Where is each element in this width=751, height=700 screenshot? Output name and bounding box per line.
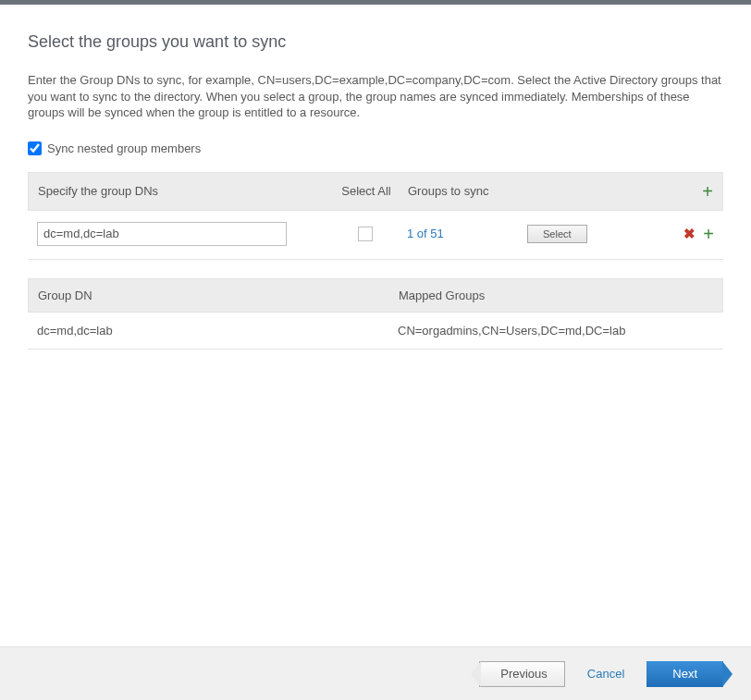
previous-button[interactable]: Previous [479, 661, 565, 687]
main-content: Select the groups you want to sync Enter… [0, 5, 751, 350]
mapping-mapped-value: CN=orgadmins,CN=Users,DC=md,DC=lab [398, 324, 714, 338]
add-row-icon[interactable]: + [702, 182, 713, 201]
dn-table-row: 1 of 51 Select ✖ + [28, 211, 723, 260]
nested-groups-checkbox[interactable] [28, 141, 42, 155]
cancel-link[interactable]: Cancel [587, 667, 624, 681]
mapping-table-row: dc=md,dc=lab CN=orgadmins,CN=Users,DC=md… [28, 313, 723, 350]
header-mapped-groups: Mapped Groups [399, 289, 713, 302]
header-groups-to-sync: Groups to sync [408, 184, 593, 198]
footer-bar: Previous Cancel Next [0, 646, 751, 700]
groups-count-link[interactable]: 1 of 51 [407, 227, 444, 240]
remove-row-icon[interactable]: ✖ [683, 227, 696, 240]
next-button[interactable]: Next [646, 661, 723, 687]
page-description: Enter the Group DNs to sync, for example… [28, 72, 723, 121]
dn-table-header: Specify the group DNs Select All Groups … [28, 172, 723, 211]
page-title: Select the groups you want to sync [28, 32, 723, 52]
header-specify-dns: Specify the group DNs [38, 184, 325, 198]
header-select-all: Select All [325, 184, 408, 198]
group-dn-input[interactable] [37, 222, 287, 246]
nested-groups-row: Sync nested group members [28, 141, 723, 155]
mapping-table-header: Group DN Mapped Groups [28, 278, 723, 313]
header-group-dn: Group DN [38, 289, 399, 302]
add-row-inline-icon[interactable]: + [703, 225, 714, 243]
select-groups-button[interactable]: Select [527, 225, 587, 243]
select-all-checkbox[interactable] [358, 227, 373, 241]
mapping-dn-value: dc=md,dc=lab [37, 324, 398, 338]
nested-groups-label: Sync nested group members [47, 141, 201, 155]
